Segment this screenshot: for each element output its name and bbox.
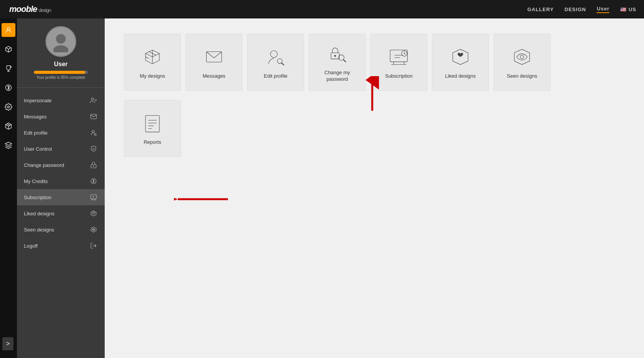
sidebar-item-label: Logoff — [24, 243, 38, 249]
sidebar-item-label: Change password — [24, 162, 64, 168]
icon-bar-cup[interactable] — [2, 62, 15, 75]
sidebar-item-my-credits[interactable]: My Credits — [17, 173, 105, 189]
sidebar-item-change-password[interactable]: Change password — [17, 157, 105, 173]
user-search-icon — [264, 45, 287, 68]
collapse-sidebar-button[interactable]: > — [2, 337, 13, 350]
nav-gallery[interactable]: GALLERY — [527, 7, 554, 12]
sidebar-item-edit-profile[interactable]: Edit profile — [17, 125, 105, 141]
sidebar-progress-fill — [34, 71, 85, 74]
user-plus-icon — [89, 96, 98, 105]
sidebar-item-label: Impersonate — [24, 98, 52, 103]
nav-design[interactable]: DESIGN — [565, 7, 586, 12]
main-layout: User Your profile is 95% complete Impers… — [0, 18, 644, 358]
avatar — [45, 26, 76, 57]
topnav-links: GALLERY DESIGN User 🇺🇸 US — [527, 6, 636, 13]
sidebar-item-logoff[interactable]: Logoff — [17, 238, 105, 254]
svg-point-11 — [93, 166, 94, 167]
svg-point-26 — [520, 55, 524, 58]
card-seen-designs-label: Seen designs — [507, 73, 537, 80]
sidebar-item-label: My Credits — [24, 178, 48, 184]
svg-rect-13 — [91, 195, 97, 199]
box-3d-icon — [141, 45, 164, 68]
icon-bar-gear[interactable] — [2, 100, 15, 114]
svg-point-3 — [56, 34, 65, 43]
envelope-icon — [89, 112, 98, 121]
card-edit-profile[interactable]: Edit profile — [247, 34, 304, 91]
sidebar-item-label: Liked designs — [24, 211, 55, 216]
arrow-left-indicator — [174, 192, 228, 208]
nav-user[interactable]: User — [597, 6, 609, 13]
sidebar-item-user-control[interactable]: User Control — [17, 141, 105, 157]
heart-box-card-icon — [449, 45, 472, 68]
card-change-password[interactable]: Change my password — [309, 34, 366, 91]
sidebar-item-messages[interactable]: Messages — [17, 108, 105, 125]
arrow-up-indicator — [363, 76, 382, 112]
svg-rect-16 — [206, 52, 222, 62]
sidebar-item-label: Edit profile — [24, 130, 47, 136]
envelope-card-icon — [202, 45, 226, 68]
topnav: moobledesign GALLERY DESIGN User 🇺🇸 US — [0, 0, 644, 18]
subscription-icon — [89, 193, 98, 201]
logout-icon — [89, 241, 98, 250]
sidebar-item-label: Seen designs — [24, 227, 54, 233]
icon-bar-package[interactable] — [2, 119, 15, 133]
svg-point-5 — [91, 98, 94, 100]
lock-search-icon — [326, 42, 349, 65]
reports-icon — [141, 112, 164, 135]
svg-line-23 — [343, 60, 346, 62]
sidebar-item-label: Subscription — [24, 195, 52, 200]
eye-box-icon — [89, 225, 98, 234]
svg-point-17 — [271, 50, 278, 57]
card-my-designs[interactable]: My designs — [124, 34, 181, 91]
card-edit-profile-label: Edit profile — [264, 73, 287, 80]
sidebar-item-label: Messages — [24, 114, 47, 120]
eye-box-card-icon — [510, 45, 534, 68]
sidebar-profile: User Your profile is 95% complete — [17, 26, 105, 88]
card-messages[interactable]: Messages — [186, 34, 243, 91]
user-shield-icon — [89, 145, 98, 153]
subscription-card-icon — [387, 45, 410, 68]
svg-point-8 — [92, 130, 94, 133]
svg-point-0 — [7, 27, 10, 30]
svg-point-21 — [335, 55, 336, 57]
logo: moobledesign — [8, 4, 51, 14]
card-my-designs-label: My designs — [140, 73, 165, 80]
card-liked-designs[interactable]: Liked designs — [432, 34, 489, 91]
money-icon — [89, 177, 98, 185]
sidebar-username: User — [54, 61, 68, 68]
card-seen-designs[interactable]: Seen designs — [493, 34, 550, 91]
sidebar-item-label: User Control — [24, 146, 52, 152]
logo-sub: design — [38, 7, 51, 13]
icon-bar-layers[interactable] — [2, 138, 15, 152]
card-messages-label: Messages — [202, 73, 225, 80]
heart-box-icon — [89, 209, 98, 218]
card-reports[interactable]: Reports — [124, 100, 181, 157]
svg-rect-24 — [390, 50, 408, 62]
icon-bar-dollar[interactable] — [2, 81, 15, 95]
sidebar-progress-label: Your profile is 95% complete — [37, 75, 85, 80]
svg-point-14 — [93, 229, 94, 230]
sidebar-progress-bg — [34, 71, 88, 74]
logo-main: mooble — [9, 4, 37, 14]
svg-point-4 — [53, 45, 68, 52]
card-reports-label: Reports — [144, 139, 161, 146]
card-subscription-label: Subscription — [385, 73, 413, 80]
icon-bar-box[interactable] — [2, 42, 15, 56]
lock-icon — [89, 161, 98, 169]
card-liked-designs-label: Liked designs — [445, 73, 476, 80]
svg-point-2 — [8, 106, 10, 108]
sidebar-item-seen-designs[interactable]: Seen designs — [17, 221, 105, 238]
sidebar: User Your profile is 95% complete Impers… — [17, 18, 105, 358]
topnav-flag: 🇺🇸 US — [620, 7, 636, 12]
sidebar-item-subscription[interactable]: Subscription — [17, 189, 105, 205]
user-edit-icon — [89, 128, 98, 137]
main-content: My designs Messages Edit profile — [105, 18, 644, 358]
card-change-password-label: Change my password — [316, 70, 358, 83]
icon-bar-user[interactable] — [2, 23, 15, 37]
svg-point-18 — [278, 58, 283, 63]
sidebar-item-impersonate[interactable]: Impersonate — [17, 92, 105, 108]
svg-rect-27 — [146, 115, 159, 132]
sidebar-item-liked-designs[interactable]: Liked designs — [17, 205, 105, 221]
sidebar-menu: Impersonate Messages Edit profile User C… — [17, 91, 105, 255]
icon-bar — [0, 18, 17, 358]
